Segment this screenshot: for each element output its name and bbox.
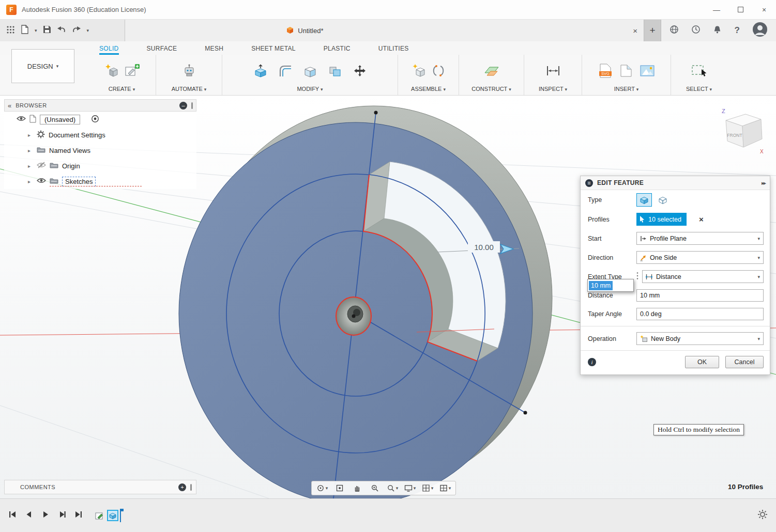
browser-grip-handle[interactable] bbox=[191, 102, 193, 109]
browser-collapse-icon[interactable]: « bbox=[8, 102, 11, 109]
inspect-menu[interactable]: INSPECT ▾ bbox=[528, 86, 577, 93]
shell-icon[interactable] bbox=[303, 64, 317, 80]
new-component-icon[interactable] bbox=[412, 64, 426, 80]
extensions-globe-icon[interactable] bbox=[670, 25, 679, 36]
measure-icon[interactable] bbox=[545, 65, 561, 79]
document-tab-close-icon[interactable]: × bbox=[633, 26, 637, 35]
workspace-switcher[interactable]: DESIGN▾ bbox=[11, 49, 74, 83]
browser-item-named-views[interactable]: ▸ Named Views bbox=[4, 143, 196, 158]
file-menu-icon[interactable] bbox=[21, 25, 29, 36]
item-label[interactable]: Named Views bbox=[49, 147, 90, 154]
insert-canvas-icon[interactable] bbox=[640, 65, 655, 79]
browser-item-origin[interactable]: ▸ Origin bbox=[4, 158, 196, 174]
document-tab[interactable]: Untitled* × bbox=[125, 20, 644, 41]
pan-hand-icon[interactable] bbox=[348, 481, 366, 495]
distance-input[interactable]: 10 mm bbox=[636, 289, 764, 302]
display-settings-icon[interactable]: ▾ bbox=[401, 481, 419, 495]
insert-svg-icon[interactable]: SVG bbox=[599, 64, 612, 80]
new-body-icon[interactable] bbox=[104, 64, 119, 80]
insert-decal-icon[interactable] bbox=[619, 64, 633, 80]
timeline-playhead[interactable] bbox=[120, 509, 121, 522]
timeline-go-to-start-button[interactable] bbox=[8, 510, 17, 521]
timeline-go-to-end-button[interactable] bbox=[74, 510, 83, 521]
combine-icon[interactable] bbox=[328, 64, 342, 80]
app-grid-icon[interactable] bbox=[6, 25, 15, 36]
automate-icon[interactable] bbox=[182, 64, 196, 80]
tab-utilities[interactable]: UTILITIES bbox=[378, 45, 409, 55]
browser-item-document-settings[interactable]: ▸ Document Settings bbox=[4, 127, 196, 143]
insert-menu[interactable]: INSERT ▾ bbox=[586, 86, 666, 93]
dimension-value[interactable]: 10.00 bbox=[474, 243, 494, 252]
dialog-collapse-icon[interactable]: ▸▸ bbox=[762, 180, 765, 186]
create-menu[interactable]: CREATE ▾ bbox=[92, 86, 151, 93]
drag-dots-icon[interactable] bbox=[636, 272, 638, 281]
add-comment-icon[interactable]: + bbox=[178, 483, 186, 491]
root-document-label[interactable]: (Unsaved) bbox=[40, 115, 80, 124]
modify-menu[interactable]: MODIFY ▾ bbox=[226, 86, 393, 93]
direction-select[interactable]: One Side ▾ bbox=[636, 251, 764, 264]
new-tab-button[interactable]: + bbox=[644, 20, 661, 41]
extrude-type-one-side-button[interactable] bbox=[636, 193, 652, 207]
viewports-icon[interactable]: ▾ bbox=[436, 481, 454, 495]
press-pull-icon[interactable] bbox=[254, 64, 267, 80]
dialog-menu-icon[interactable]: ≡ bbox=[585, 179, 593, 187]
timeline-settings-gear-icon[interactable] bbox=[757, 509, 768, 522]
info-icon[interactable]: i bbox=[588, 358, 596, 366]
look-at-icon[interactable] bbox=[331, 481, 348, 495]
timeline-step-back-button[interactable] bbox=[25, 510, 33, 521]
close-button[interactable]: × bbox=[752, 0, 776, 20]
item-label[interactable]: Sketches bbox=[62, 177, 96, 186]
item-label[interactable]: Document Settings bbox=[49, 131, 105, 139]
visibility-eye-off-icon[interactable] bbox=[37, 162, 46, 170]
tab-surface[interactable]: SURFACE bbox=[147, 45, 177, 55]
minimize-button[interactable]: — bbox=[705, 0, 728, 20]
move-copy-icon[interactable] bbox=[353, 64, 367, 80]
timeline-play-button[interactable] bbox=[41, 510, 50, 521]
notifications-bell-icon[interactable] bbox=[713, 25, 722, 36]
comments-panel[interactable]: COMMENTS + bbox=[4, 480, 196, 494]
browser-options-icon[interactable]: – bbox=[179, 102, 187, 109]
assemble-menu[interactable]: ASSEMBLE ▾ bbox=[402, 86, 454, 93]
tab-sheet-metal[interactable]: SHEET METAL bbox=[251, 45, 296, 55]
expand-caret-icon[interactable]: ▸ bbox=[28, 148, 33, 153]
help-icon[interactable]: ? bbox=[734, 25, 739, 36]
operation-select[interactable]: New Body ▾ bbox=[636, 332, 764, 345]
create-sketch-icon[interactable] bbox=[125, 64, 140, 80]
taper-angle-input[interactable]: 0.0 deg bbox=[636, 308, 764, 320]
visibility-eye-icon[interactable] bbox=[17, 115, 26, 123]
comments-grip-handle[interactable] bbox=[190, 484, 192, 491]
select-menu[interactable]: SELECT ▾ bbox=[675, 86, 723, 93]
zoom-icon[interactable] bbox=[366, 481, 384, 495]
timeline-sketch-feature[interactable] bbox=[94, 510, 105, 521]
maximize-button[interactable] bbox=[728, 0, 752, 20]
visibility-eye-icon[interactable] bbox=[37, 177, 46, 185]
expand-caret-icon[interactable]: ▸ bbox=[28, 179, 33, 184]
tab-mesh[interactable]: MESH bbox=[205, 45, 223, 55]
browser-root-row[interactable]: (Unsaved) bbox=[4, 112, 196, 127]
fit-icon[interactable]: ▾ bbox=[384, 481, 401, 495]
user-avatar[interactable] bbox=[752, 22, 768, 39]
cancel-button[interactable]: Cancel bbox=[725, 356, 764, 368]
expand-caret-icon[interactable]: ▸ bbox=[28, 132, 33, 138]
grid-settings-icon[interactable]: ▾ bbox=[419, 481, 436, 495]
viewcube-front-label[interactable]: FRONT bbox=[727, 133, 742, 138]
activate-radio-icon[interactable] bbox=[91, 115, 99, 124]
redo-caret-icon[interactable]: ▾ bbox=[87, 28, 89, 33]
file-menu-caret-icon[interactable]: ▾ bbox=[35, 28, 37, 33]
clear-selection-icon[interactable]: × bbox=[699, 215, 704, 224]
expand-caret-icon[interactable]: ▸ bbox=[28, 163, 33, 169]
construct-menu[interactable]: CONSTRUCT ▾ bbox=[463, 86, 520, 93]
select-icon[interactable] bbox=[691, 64, 707, 80]
joint-icon[interactable] bbox=[431, 64, 446, 80]
timeline-step-forward-button[interactable] bbox=[58, 510, 66, 521]
redo-icon[interactable] bbox=[72, 25, 81, 36]
item-label[interactable]: Origin bbox=[62, 162, 80, 170]
view-cube[interactable]: Z FRONT X bbox=[719, 107, 766, 159]
tab-plastic[interactable]: PLASTIC bbox=[324, 45, 351, 55]
construct-plane-icon[interactable] bbox=[484, 64, 499, 80]
timeline-extrude-feature[interactable] bbox=[107, 510, 118, 521]
automate-menu[interactable]: AUTOMATE ▾ bbox=[160, 86, 218, 93]
extent-type-select[interactable]: Distance ▾ bbox=[642, 270, 764, 283]
undo-icon[interactable] bbox=[57, 25, 66, 36]
distance-inline-input[interactable]: 10 mm bbox=[587, 279, 634, 292]
